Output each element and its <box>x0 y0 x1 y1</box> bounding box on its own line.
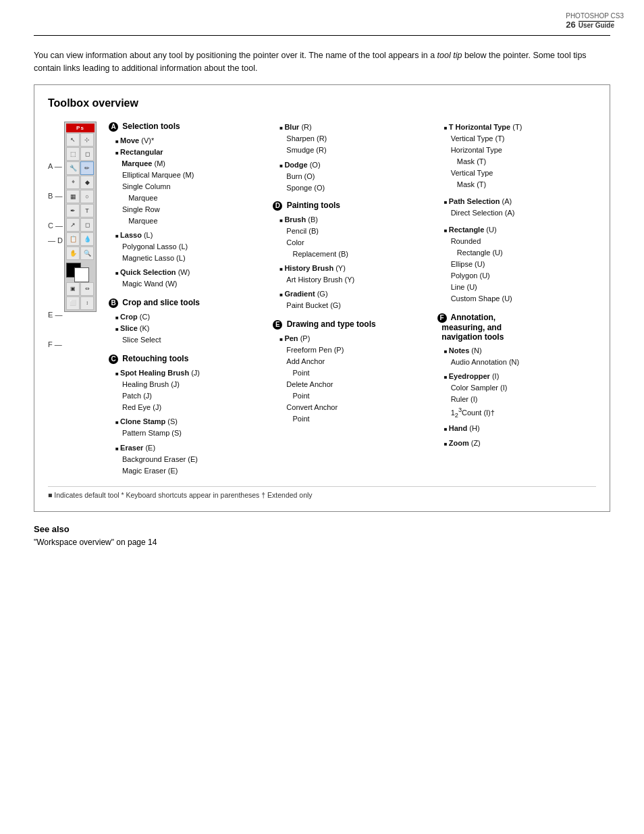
footer-note: ■ Indicates default tool * Keyboard shor… <box>48 486 596 499</box>
tool-mode2[interactable]: ⇔ <box>80 282 94 296</box>
tool-eye[interactable]: 💧 <box>80 232 94 246</box>
see-also-link[interactable]: "Workspace overview" on page 14 <box>34 538 610 547</box>
section-drawing: E Drawing and type tools <box>273 319 431 330</box>
tool-crop: Crop (C) <box>115 311 267 323</box>
label-a: A — <box>48 159 63 174</box>
section-crop: B Crop and slice tools <box>109 298 267 308</box>
dodge-section: Dodge (O) Burn (O) Sponge (O) <box>273 159 431 194</box>
tool-v-type: Vertical Type (T) <box>451 133 596 145</box>
tool-dodge[interactable]: ○ <box>80 190 94 203</box>
intro-text: You can view information about any tool … <box>0 36 644 84</box>
label-e: E — <box>48 307 63 322</box>
tool-gradient: Gradient (G) <box>279 288 431 300</box>
tool-move[interactable]: ↖ <box>66 133 80 147</box>
tool-slice-sel: Slice Select <box>122 334 267 346</box>
tool-mag-lasso: Magnetic Lasso (L) <box>122 253 267 264</box>
ps-logo: Ps <box>66 124 95 132</box>
tool-sponge: Sponge (O) <box>286 182 431 194</box>
page-number: 26 <box>566 20 575 30</box>
col-2: Blur (R) Sharpen (R) Smudge (R) Dodge (O… <box>273 122 431 477</box>
tool-custom-shape: Custom Shape (U) <box>451 293 596 305</box>
tool-pen: Pen (P) <box>279 333 431 344</box>
tool-notes: Notes (N) <box>444 345 596 357</box>
tool-single-row: Single Row Marquee <box>122 204 267 227</box>
color-swatches <box>66 263 95 282</box>
tool-poly-lasso: Polygonal Lasso (L) <box>122 241 267 253</box>
tool-audio: Audio Annotation (N) <box>451 357 596 368</box>
tool-h-type: T Horizontal Type (T) <box>444 122 596 133</box>
tool-brush: Brush (B) <box>279 214 431 226</box>
tool-spot-heal: Spot Healing Brush (J) <box>115 367 267 379</box>
tool-shape[interactable]: ◻ <box>80 218 94 232</box>
toolbar-row-4: ⌖ ◆ <box>66 176 95 189</box>
toolbar-wrapper: A — B — C — — D E — F — <box>48 122 97 352</box>
tool-pathsel[interactable]: ↗ <box>66 218 80 232</box>
tool-pen[interactable]: ✒ <box>66 204 80 217</box>
tool-rectangle: Rectangle (U) <box>444 224 596 236</box>
tool-hand[interactable]: ✋ <box>66 246 80 260</box>
tool-polygon: Polygon (U) <box>451 270 596 282</box>
tool-zoom[interactable]: 🔍 <box>80 246 94 260</box>
tool-color-rep: Color Replacement (B) <box>286 237 431 260</box>
tool-burn: Burn (O) <box>286 171 431 182</box>
tool-gradient[interactable]: ▦ <box>66 190 80 203</box>
tool-history: History Brush (Y) <box>279 263 431 274</box>
toolbar-row-5: ▦ ○ <box>66 190 95 203</box>
tool-type[interactable]: T <box>80 204 94 217</box>
tool-lasso: Lasso (L) <box>115 230 267 241</box>
col-1: A Selection tools Move (V)* Rectangular … <box>109 122 267 477</box>
tool-del-anchor: Delete Anchor Point <box>286 379 431 402</box>
toolbar-row-8: 📋 💧 <box>66 232 95 246</box>
toolbar-row-7: ↗ ◻ <box>66 218 95 232</box>
label-f: F — <box>48 337 63 352</box>
tool-brush[interactable]: ✏ <box>80 161 94 175</box>
tool-add-anchor: Add Anchor Point <box>286 356 431 379</box>
tool-mode1[interactable]: ▣ <box>66 282 80 296</box>
tool-clone[interactable]: ⌖ <box>66 176 80 189</box>
tool-patch: Patch (J) <box>122 390 267 402</box>
tool-freeform: Freeform Pen (P) <box>286 344 431 356</box>
toolbar-row-9: ✋ 🔍 <box>66 246 95 260</box>
see-also-title: See also <box>34 524 610 534</box>
toolbar-row-2: ⬚ ◻ <box>66 147 95 161</box>
toolbar-row-modes: ▣ ⇔ <box>66 282 95 296</box>
tool-h-type-mask: Horizontal Type Mask (T) <box>451 145 596 167</box>
tool-ellipse: Ellipse (U) <box>451 259 596 270</box>
toolbox-overview: Toolbox overview A — B — C — — D <box>34 84 610 512</box>
tool-v-type-mask: Vertical Type Mask (T) <box>451 167 596 190</box>
label-c: C — <box>48 218 63 233</box>
tool-color-sampler: Color Sampler (I) <box>451 382 596 394</box>
tool-eraser[interactable]: ◆ <box>80 176 94 189</box>
tool-move: Move (V)* <box>115 135 267 147</box>
tool-notes[interactable]: 📋 <box>66 232 80 246</box>
tool-extra1[interactable]: ⬜ <box>66 296 80 310</box>
label-b: B — <box>48 188 63 203</box>
tool-direct-sel: Direct Selection (A) <box>451 207 596 219</box>
tool-bg-eraser: Background Eraser (E) <box>122 454 267 465</box>
tool-conv-anchor: Convert Anchor Point <box>286 402 431 425</box>
tool-crop[interactable]: ◻ <box>80 147 94 161</box>
section-painting: D Painting tools <box>273 201 431 211</box>
toolbar-row-extra: ⬜ ↕ <box>66 296 95 310</box>
col-3: T Horizontal Type (T) Vertical Type (T) … <box>437 122 596 477</box>
tool-pencil: Pencil (B) <box>286 226 431 237</box>
toolbar-visual: A — B — C — — D E — F — <box>48 122 102 477</box>
tool-count: 123Count (I)† <box>451 405 596 420</box>
tool-elliptical: Elliptical Marquee (M) <box>122 170 267 181</box>
toolbar-row-3: 🔧 ✏ <box>66 161 95 175</box>
toolbox-content: A — B — C — — D E — F — <box>48 122 596 477</box>
tool-hand: Hand (H) <box>444 423 596 434</box>
toolbar-row-6: ✒ T <box>66 204 95 217</box>
tool-heal[interactable]: 🔧 <box>66 161 80 175</box>
tool-rounded-rect: Rounded Rectangle (U) <box>451 236 596 259</box>
tool-select[interactable]: ⊹ <box>80 133 94 147</box>
tool-rect-marquee: Rectangular Marquee (M) <box>115 147 267 170</box>
tool-sharpen: Sharpen (R) <box>286 133 431 145</box>
label-d-marker: — D <box>48 233 63 248</box>
background-color[interactable] <box>74 267 89 282</box>
section-annotation: F Annotation, measuring, and navigation … <box>437 313 596 342</box>
tool-lasso[interactable]: ⬚ <box>66 147 80 161</box>
toolbox-title: Toolbox overview <box>48 97 596 109</box>
tool-red-eye: Red Eye (J) <box>122 402 267 413</box>
tool-extra2[interactable]: ↕ <box>80 296 94 310</box>
